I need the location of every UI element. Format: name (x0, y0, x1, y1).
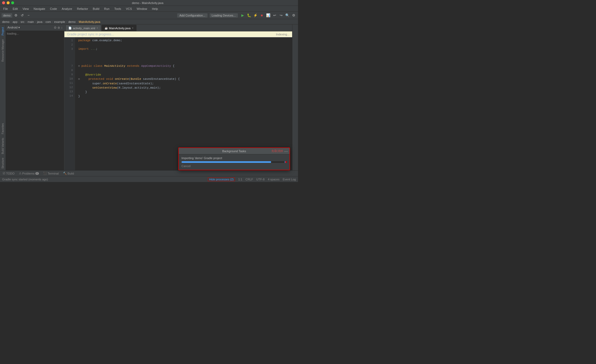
bg-progress-spinner (285, 161, 287, 163)
breadcrumb-demo2[interactable]: demo (68, 20, 76, 23)
bg-tasks-body: Importing 'demo' Gradle project Cancel (179, 154, 289, 170)
menu-code[interactable]: Code (48, 7, 59, 11)
sidebar-item-project[interactable]: Project (1, 26, 5, 37)
menu-edit[interactable]: Edit (11, 7, 20, 11)
settings2-icon[interactable]: ⚙ (291, 13, 296, 18)
code-line-8 (78, 68, 289, 73)
debug-icon[interactable]: 🐛 (246, 13, 252, 18)
project-name: demo (2, 13, 12, 18)
menu-help[interactable]: Help (150, 7, 160, 11)
sidebar-item-favorites[interactable]: Favorites (1, 122, 5, 136)
bottom-bar: ☑ TODO ⚠ Problems 6 ⬛ Terminal 🔨 Build (0, 170, 298, 176)
tab-main-activity-java[interactable]: ☕ MainActivity.java × (102, 25, 136, 31)
menu-view[interactable]: View (20, 7, 31, 11)
gradle-sync-bar: Gradle project sync in progress... Index… (64, 31, 292, 37)
terminal-icon: ⬛ (43, 172, 47, 175)
xml-file-icon: 📄 (68, 27, 72, 30)
window-controls[interactable] (2, 1, 14, 4)
profile-icon[interactable]: 📊 (266, 13, 271, 18)
sync-icon[interactable]: ↺ (20, 13, 25, 18)
undo-icon[interactable]: ↩ (272, 13, 277, 18)
project-loading-text: loading... (7, 32, 19, 35)
menu-refactor[interactable]: Refactor (75, 7, 90, 11)
maximize-btn[interactable] (11, 1, 14, 4)
bg-progress-bar (181, 161, 287, 163)
project-panel-header: Android ▾ ⚙ ⊕ ↕ (6, 24, 64, 31)
editor-tabs: 📄 activity_main.xml × ☕ MainActivity.jav… (64, 24, 292, 31)
breadcrumb-com[interactable]: com (45, 20, 51, 23)
hide-processes-btn[interactable]: Hide processes (2) (208, 177, 235, 181)
gradle-status-text: Gradle sync started (moments ago) (2, 178, 48, 181)
project-panel-title[interactable]: Android ▾ (7, 26, 20, 29)
menu-navigate[interactable]: Navigate (31, 7, 47, 11)
title-bar: demo - MainActivity.java (0, 0, 298, 6)
menu-window[interactable]: Window (135, 7, 149, 11)
tab-build[interactable]: 🔨 Build (62, 171, 75, 176)
code-line-14: } (78, 94, 289, 98)
menu-run[interactable]: Run (102, 7, 111, 11)
code-line-10: ⊖ protected void onCreate(Bundle savedIn… (78, 77, 289, 81)
menu-build[interactable]: Build (91, 7, 101, 11)
run-icon[interactable]: ▶ (240, 13, 245, 18)
tab-activity-main-xml[interactable]: 📄 activity_main.xml × (65, 25, 101, 31)
code-line-4 (78, 51, 289, 55)
tab-todo[interactable]: ☑ TODO (2, 171, 16, 176)
breadcrumb-java[interactable]: java (37, 20, 42, 23)
todo-icon: ☑ (3, 172, 5, 175)
sidebar-item-resource-manager[interactable]: Resource Manager (1, 38, 5, 63)
bg-tasks-header: Background Tasks 先取消掉 — (179, 148, 289, 154)
breadcrumb-src[interactable]: src (20, 20, 24, 23)
project-settings-icon[interactable]: ⚙ (54, 26, 57, 30)
project-expand-icon[interactable]: ⊕ (57, 26, 60, 30)
breadcrumb-main[interactable]: main (28, 20, 34, 23)
tab-label-java: MainActivity.java (109, 27, 131, 30)
stop-icon[interactable]: ■ (259, 13, 264, 18)
run-with-coverage-icon[interactable]: ⚡ (253, 13, 258, 18)
right-sidebar (292, 24, 298, 170)
minimize-panel-icon[interactable]: − (26, 13, 31, 18)
tab-close-java[interactable]: × (132, 27, 134, 30)
cursor-position: 1:1 (238, 178, 242, 181)
loading-devices[interactable]: Loading Devices... (210, 13, 238, 18)
encoding[interactable]: UTF-8 (256, 178, 264, 181)
breadcrumb: demo › app › src › main › java › com › e… (0, 19, 298, 24)
line-separator[interactable]: CRLF (246, 178, 253, 181)
menu-tools[interactable]: Tools (112, 7, 123, 11)
tab-problems[interactable]: ⚠ Problems 6 (18, 171, 40, 176)
java-file-icon: ☕ (105, 27, 108, 30)
breadcrumb-example[interactable]: example (54, 20, 65, 23)
add-configuration[interactable]: Add Configuration... (177, 13, 207, 18)
menu-file[interactable]: File (1, 7, 10, 11)
menu-vcs[interactable]: VCS (124, 7, 134, 11)
code-line-9: @Override (78, 73, 289, 77)
todo-label: TODO (6, 172, 15, 175)
sidebar-item-structure[interactable]: Structure (1, 156, 5, 170)
redo-icon[interactable]: ↪ (278, 13, 284, 18)
code-line-2 (78, 43, 289, 47)
code-line-3: import ...; (78, 47, 289, 51)
bg-cancel-chinese[interactable]: 先取消掉 (271, 149, 283, 153)
settings-icon[interactable]: ⚙ (13, 13, 19, 18)
project-panel-content: loading... (6, 31, 64, 36)
menu-bar: File Edit View Navigate Code Analyze Ref… (0, 6, 298, 12)
bg-cancel-button[interactable]: Cancel (181, 164, 287, 168)
bg-minimize-icon[interactable]: — (284, 149, 288, 153)
breadcrumb-demo[interactable]: demo (2, 20, 10, 23)
event-log[interactable]: Event Log (283, 178, 296, 181)
search-everywhere-icon[interactable]: 🔍 (285, 13, 290, 18)
build-label: Build (68, 172, 74, 175)
tab-terminal[interactable]: ⬛ Terminal (42, 171, 60, 176)
menu-analyze[interactable]: Analyze (60, 7, 74, 11)
problems-icon: ⚠ (19, 172, 22, 175)
tab-label-xml: activity_main.xml (73, 27, 95, 30)
minimize-btn[interactable] (7, 1, 10, 4)
project-sort-icon[interactable]: ↕ (61, 26, 63, 30)
close-btn[interactable] (2, 1, 5, 4)
indent[interactable]: 4 spaces (268, 178, 279, 181)
breadcrumb-file[interactable]: MainActivity.java (79, 20, 100, 23)
bg-progress-fill (181, 161, 271, 163)
sidebar-item-build-variants[interactable]: Build Variants (1, 136, 5, 156)
code-line-5 (78, 55, 289, 60)
breadcrumb-app[interactable]: app (13, 20, 17, 23)
tab-close-xml[interactable]: × (97, 27, 98, 30)
